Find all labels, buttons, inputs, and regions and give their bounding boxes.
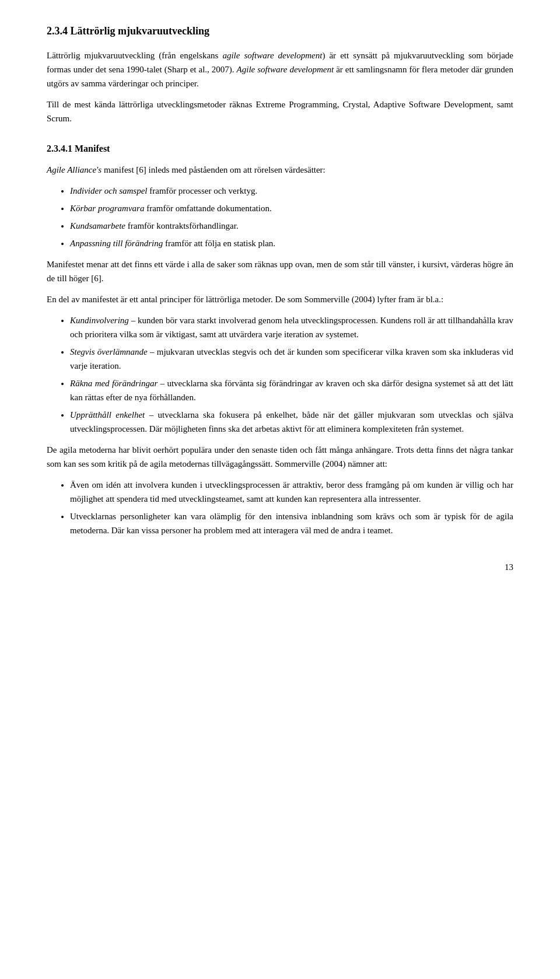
list-item: Kundsamarbete framför kontraktsförhandli… xyxy=(70,219,513,233)
bullet-italic-kundinv: Kundinvolvering xyxy=(70,316,129,325)
bullet-italic-stegvis: Stegvis överlämnande xyxy=(70,347,148,356)
principles-bullet-list: Kundinvolvering – kunden bör vara starkt… xyxy=(70,313,513,436)
subsection-title: 2.3.4.1 Manifest xyxy=(47,142,513,156)
section-title: 2.3.4 Lättrörlig mjukvaruutveckling xyxy=(47,23,513,39)
page-number: 13 xyxy=(47,561,513,574)
list-item: Anpassning till förändring framför att f… xyxy=(70,236,513,250)
bullet-italic-uppratthall: Upprätthåll enkelhet xyxy=(70,410,145,419)
intro-paragraph-2: Till de mest kända lättrörliga utvecklin… xyxy=(47,97,513,125)
list-item: Räkna med förändringar – utvecklarna ska… xyxy=(70,376,513,404)
italic-agile: agile software development xyxy=(222,51,322,60)
intro-paragraph-1: Lättrörlig mjukvaruutveckling (från enge… xyxy=(47,48,513,90)
criticism-bullet-list: Även om idén att involvera kunden i utve… xyxy=(70,478,513,537)
manifest-intro: Agile Alliance's manifest [6] inleds med… xyxy=(47,163,513,177)
list-item: Kundinvolvering – kunden bör vara starkt… xyxy=(70,313,513,341)
bullet-italic-2: Körbar programvara xyxy=(70,204,144,213)
italic-alliance: Agile Alliance's xyxy=(47,165,102,174)
bullet-italic-1: Individer och samspel xyxy=(70,186,147,195)
list-item: Individer och samspel framför processer … xyxy=(70,184,513,198)
bullet-italic-4: Anpassning till förändring xyxy=(70,239,163,248)
manifest-bullet-list: Individer och samspel framför processer … xyxy=(70,184,513,250)
list-item: Upprätthåll enkelhet – utvecklarna ska f… xyxy=(70,408,513,436)
bullet-italic-rakna: Räkna med förändringar xyxy=(70,379,158,388)
list-item: Även om idén att involvera kunden i utve… xyxy=(70,478,513,506)
manifest-body: Manifestet menar att det finns ett värde… xyxy=(47,257,513,285)
principles-intro: En del av manifestet är ett antal princi… xyxy=(47,292,513,306)
list-item: Utvecklarnas personligheter kan vara olä… xyxy=(70,509,513,537)
list-item: Körbar programvara framför omfattande do… xyxy=(70,201,513,215)
agile-criticism-intro: De agila metoderna har blivit oerhört po… xyxy=(47,443,513,471)
italic-agile-2: Agile software development xyxy=(237,65,334,74)
list-item: Stegvis överlämnande – mjukvaran utveckl… xyxy=(70,345,513,373)
bullet-italic-3: Kundsamarbete xyxy=(70,221,125,230)
page-content: 2.3.4 Lättrörlig mjukvaruutveckling Lätt… xyxy=(47,23,513,574)
